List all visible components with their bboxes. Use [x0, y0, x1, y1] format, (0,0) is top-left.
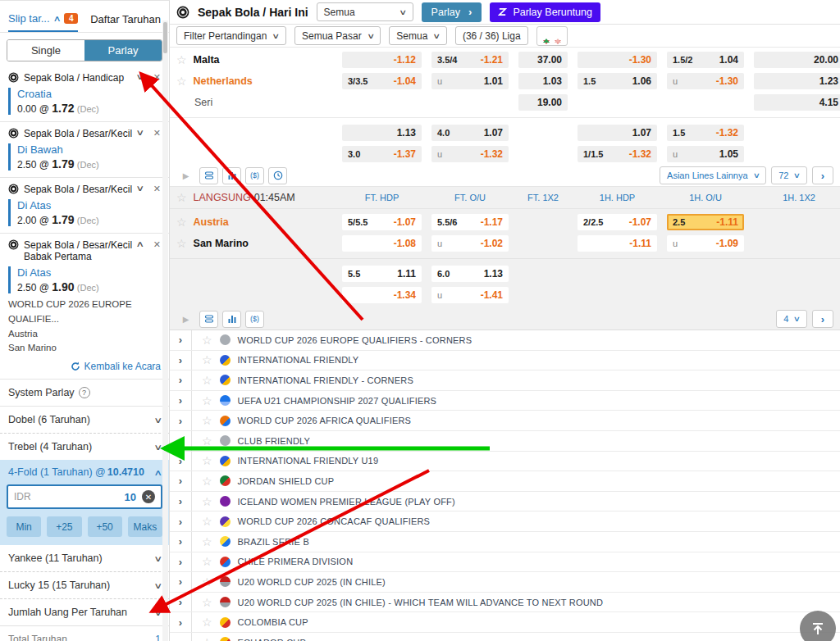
- odds-cell[interactable]: 2/2.5-1.07: [578, 214, 657, 230]
- expand-chevron-icon[interactable]: ›: [170, 492, 192, 511]
- back-to-event-link[interactable]: Kembali ke Acara: [8, 361, 161, 372]
- fold-option-per-bet[interactable]: Jumlah Uang Per Taruhan∨: [0, 598, 169, 625]
- favorite-star-icon[interactable]: ☆: [202, 475, 212, 487]
- more-lines-select[interactable]: Asian Lines Lainnya∨: [660, 166, 766, 184]
- fold-option-yankee[interactable]: Yankee (11 Taruhan)∨: [0, 545, 169, 571]
- lucky-parlay-button[interactable]: Parlay Beruntung: [490, 2, 600, 22]
- match-filter-select[interactable]: Filter Pertandingan∨: [176, 26, 286, 45]
- league-row[interactable]: ›☆WORLD CUP 2026 EUROPE QUALIFIERS - COR…: [170, 330, 840, 351]
- odds-cell[interactable]: 1.03: [518, 73, 568, 89]
- odds-cell[interactable]: -1.34: [342, 287, 422, 303]
- active-fold-header[interactable]: 4-Fold (1 Taruhan) @10.4710 ∧: [7, 466, 162, 484]
- favorite-star-icon[interactable]: ☆: [202, 375, 212, 386]
- favorite-star-icon[interactable]: ☆: [202, 354, 212, 366]
- favorite-star-icon[interactable]: ☆: [202, 576, 212, 588]
- clear-stake-icon[interactable]: ✕: [142, 490, 155, 503]
- favorite-star-icon[interactable]: ☆: [202, 616, 212, 628]
- history-clock-icon[interactable]: [268, 167, 287, 184]
- league-row[interactable]: ›☆U20 WORLD CUP 2025 (IN CHILE) - WHICH …: [170, 593, 840, 613]
- league-row[interactable]: ›☆ICELAND WOMEN PREMIER LEAGUE (PLAY OFF…: [170, 492, 840, 512]
- market-filter-select[interactable]: Semua Pasar∨: [294, 26, 381, 45]
- odds-cell[interactable]: 1/1.5-1.32: [578, 146, 657, 162]
- league-row[interactable]: ›☆U20 WORLD CUP 2025 (IN CHILE): [170, 572, 840, 593]
- play-icon[interactable]: ▶: [176, 311, 195, 328]
- odds-money-icon[interactable]: ($): [245, 311, 264, 328]
- odds-cell[interactable]: -1.11: [578, 235, 657, 252]
- expand-chevron-icon[interactable]: ›: [170, 511, 192, 531]
- parlay-button[interactable]: Parlay›: [422, 2, 482, 22]
- odds-cell[interactable]: -1.12: [342, 52, 422, 68]
- odds-cell[interactable]: 4.01.07: [431, 125, 509, 141]
- odds-money-icon[interactable]: ($): [245, 167, 264, 184]
- odds-cell[interactable]: u-1.41: [431, 287, 509, 303]
- odds-cell[interactable]: 6.01.13: [431, 266, 509, 282]
- favorite-star-icon[interactable]: ☆: [202, 597, 212, 608]
- chevron-down-icon[interactable]: ∨: [136, 184, 145, 194]
- odds-cell[interactable]: 4.15: [754, 94, 840, 111]
- odds-cell[interactable]: 1.23: [754, 73, 840, 89]
- favorite-star-icon[interactable]: ☆: [202, 415, 212, 426]
- league-row[interactable]: ›☆INTERNATIONAL FRIENDLY U19: [170, 452, 840, 472]
- chevron-down-icon[interactable]: ∨: [136, 72, 145, 83]
- page-count-select[interactable]: 4∨: [776, 310, 807, 328]
- expand-chevron-icon[interactable]: ›: [170, 351, 192, 371]
- favorite-star-icon[interactable]: ☆: [176, 54, 187, 66]
- chevron-up-icon[interactable]: ∧: [136, 239, 145, 250]
- tab-bet-slip[interactable]: Slip tar... ∧ 4: [8, 12, 78, 32]
- sort-control[interactable]: [536, 26, 568, 46]
- league-row[interactable]: ›☆CLUB FRIENDLY: [170, 431, 840, 452]
- favorite-star-icon[interactable]: ☆: [202, 516, 212, 527]
- favorite-star-icon[interactable]: ☆: [202, 435, 212, 447]
- fold-option-lucky15[interactable]: Lucky 15 (15 Taruhan)∨: [0, 571, 169, 598]
- remove-bet-icon[interactable]: ✕: [153, 128, 161, 139]
- remove-bet-icon[interactable]: ✕: [153, 72, 161, 83]
- expand-chevron-icon[interactable]: ›: [170, 593, 192, 612]
- expand-chevron-icon[interactable]: ›: [170, 411, 192, 430]
- favorite-star-icon[interactable]: ☆: [176, 238, 187, 249]
- expand-chevron-icon[interactable]: ›: [170, 633, 192, 641]
- league-row[interactable]: ›☆WORLD CUP 2026 AFRICA QUALIFIERS: [170, 411, 840, 431]
- favorite-star-icon[interactable]: ☆: [176, 216, 187, 228]
- expand-chevron-icon[interactable]: ›: [170, 391, 192, 411]
- chevron-down-icon[interactable]: ∨: [136, 128, 145, 139]
- next-page-button[interactable]: ›: [812, 166, 833, 184]
- league-row[interactable]: ›☆INTERNATIONAL FRIENDLY - CORNERS: [170, 371, 840, 391]
- odds-cell[interactable]: -1.08: [342, 235, 422, 252]
- rows-view-icon[interactable]: [199, 167, 218, 184]
- expand-chevron-icon[interactable]: ›: [170, 612, 192, 632]
- expand-chevron-icon[interactable]: ›: [170, 452, 192, 471]
- league-row[interactable]: ›☆JORDAN SHIELD CUP: [170, 471, 840, 492]
- league-row[interactable]: ›☆ECUADOR CUP: [170, 633, 840, 641]
- odds-cell[interactable]: u1.05: [667, 146, 744, 162]
- expand-chevron-icon[interactable]: ›: [170, 431, 192, 451]
- time-filter-select[interactable]: Semua∨: [317, 2, 413, 21]
- favorite-star-icon[interactable]: ☆: [202, 334, 212, 346]
- expand-chevron-icon[interactable]: ›: [170, 371, 192, 390]
- odds-cell-selected[interactable]: 2.5-1.11: [667, 214, 744, 230]
- league-row[interactable]: ›☆CHILE PRIMERA DIVISION: [170, 552, 840, 573]
- favorite-star-icon[interactable]: ☆: [202, 496, 212, 507]
- odds-cell[interactable]: 5.51.11: [342, 266, 422, 282]
- expand-chevron-icon[interactable]: ›: [170, 572, 192, 592]
- expand-chevron-icon[interactable]: ›: [170, 471, 192, 491]
- odds-cell[interactable]: u-1.02: [431, 235, 509, 252]
- odds-cell[interactable]: 1.07: [578, 125, 657, 141]
- rows-view-icon[interactable]: [199, 311, 218, 328]
- favorite-star-icon[interactable]: ☆: [202, 455, 212, 466]
- remove-bet-icon[interactable]: ✕: [153, 184, 161, 194]
- odds-cell[interactable]: 1.51.06: [578, 73, 657, 89]
- stats-chart-icon[interactable]: [222, 167, 241, 184]
- odds-cell[interactable]: u-1.30: [667, 73, 744, 89]
- expand-chevron-icon[interactable]: ›: [170, 552, 192, 572]
- expand-chevron-icon[interactable]: ›: [170, 330, 192, 350]
- stake-plus50-button[interactable]: +50: [88, 516, 122, 537]
- stats-chart-icon[interactable]: [222, 311, 241, 328]
- odds-cell[interactable]: 3.0-1.37: [342, 146, 422, 162]
- league-row[interactable]: ›☆INTERNATIONAL FRIENDLY: [170, 351, 840, 371]
- type-filter-select[interactable]: Semua∨: [389, 26, 447, 45]
- favorite-star-icon[interactable]: ☆: [176, 192, 187, 203]
- favorite-star-icon[interactable]: ☆: [202, 536, 212, 548]
- scroll-to-top-button[interactable]: [800, 611, 836, 641]
- odds-cell[interactable]: u-1.09: [667, 235, 744, 252]
- odds-cell[interactable]: 3.5/4-1.21: [431, 52, 509, 68]
